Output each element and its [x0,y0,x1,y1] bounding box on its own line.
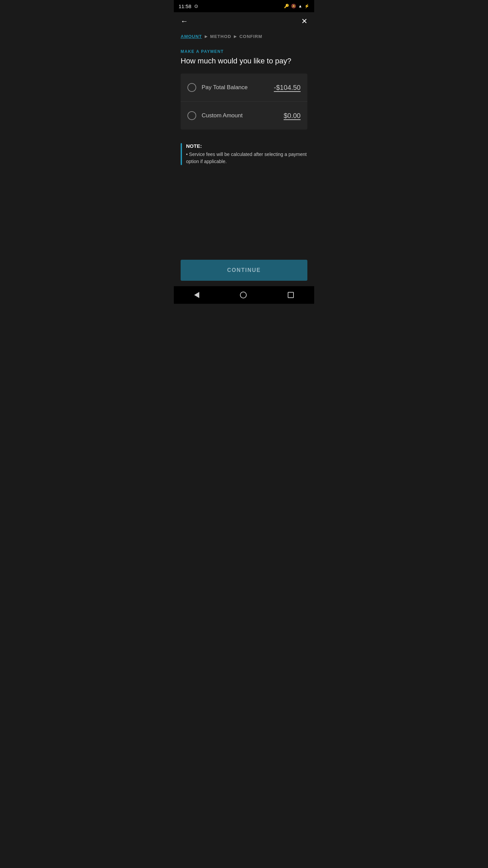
page-title: How much would you like to pay? [181,57,307,65]
at-sign-icon: ⊙ [194,3,198,9]
custom-amount-option[interactable]: Custom Amount $0.00 [181,101,307,130]
stepper-amount[interactable]: AMOUNT [181,34,202,39]
custom-amount-value: $0.00 [284,112,301,120]
section-label: MAKE A PAYMENT [181,49,307,54]
main-content: MAKE A PAYMENT How much would you like t… [174,46,314,254]
radio-total-balance[interactable] [187,83,196,92]
note-section: NOTE: • Service fees will be calculated … [181,138,307,171]
note-bar-indicator [181,143,182,165]
total-balance-value: -$104.50 [274,84,301,92]
stepper: AMOUNT ▶ METHOD ▶ CONFIRM [174,31,314,46]
recents-nav-button[interactable] [288,292,294,298]
bottom-navigation [174,286,314,304]
status-time: 11:58 [179,3,191,9]
key-icon: 🔑 [284,4,289,8]
continue-button-container: CONTINUE [174,254,314,286]
note-text: • Service fees will be calculated after … [186,151,307,165]
total-balance-label: Pay Total Balance [202,84,248,91]
custom-amount-label: Custom Amount [202,112,243,119]
status-bar-right: 🔑 🔕 ▲ ⚡ [284,4,309,8]
notification-icon: 🔕 [291,4,296,8]
stepper-confirm[interactable]: CONFIRM [239,34,262,39]
option-left-custom: Custom Amount [187,111,243,120]
note-content: NOTE: • Service fees will be calculated … [186,143,307,165]
radio-custom-amount[interactable] [187,111,196,120]
stepper-arrow-1: ▶ [205,34,207,39]
stepper-method[interactable]: METHOD [210,34,231,39]
back-button[interactable]: ← [181,17,188,26]
stepper-arrow-2: ▶ [234,34,237,39]
pay-total-balance-option[interactable]: Pay Total Balance -$104.50 [181,74,307,101]
payment-options-card: Pay Total Balance -$104.50 Custom Amount… [181,74,307,130]
close-button[interactable]: ✕ [301,17,307,26]
status-bar: 11:58 ⊙ 🔑 🔕 ▲ ⚡ [174,0,314,12]
battery-icon: ⚡ [304,4,309,8]
wifi-icon: ▲ [298,4,302,8]
continue-button[interactable]: CONTINUE [181,260,307,281]
back-triangle-icon [194,292,199,298]
status-bar-left: 11:58 ⊙ [179,3,198,9]
home-circle-icon [240,292,247,298]
home-nav-button[interactable] [240,292,247,298]
note-title: NOTE: [186,143,307,149]
navigation-bar: ← ✕ [174,12,314,31]
option-left-total: Pay Total Balance [187,83,248,92]
recents-square-icon [288,292,294,298]
back-nav-button[interactable] [194,292,199,298]
